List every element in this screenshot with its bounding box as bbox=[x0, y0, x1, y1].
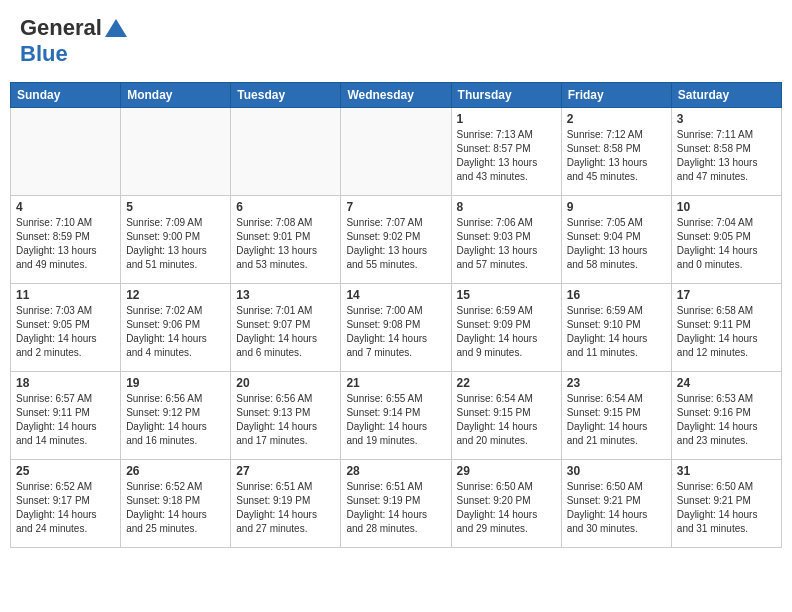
weekday-header-row: SundayMondayTuesdayWednesdayThursdayFrid… bbox=[11, 83, 782, 108]
calendar-cell: 2Sunrise: 7:12 AMSunset: 8:58 PMDaylight… bbox=[561, 108, 671, 196]
page-header: General Blue bbox=[10, 10, 782, 72]
calendar-cell: 24Sunrise: 6:53 AMSunset: 9:16 PMDayligh… bbox=[671, 372, 781, 460]
weekday-header-friday: Friday bbox=[561, 83, 671, 108]
svg-marker-0 bbox=[105, 19, 127, 37]
calendar-cell: 18Sunrise: 6:57 AMSunset: 9:11 PMDayligh… bbox=[11, 372, 121, 460]
day-info: Sunrise: 6:58 AMSunset: 9:11 PMDaylight:… bbox=[677, 304, 776, 360]
calendar-cell: 8Sunrise: 7:06 AMSunset: 9:03 PMDaylight… bbox=[451, 196, 561, 284]
day-number: 30 bbox=[567, 464, 666, 478]
logo: General Blue bbox=[20, 15, 127, 67]
calendar: SundayMondayTuesdayWednesdayThursdayFrid… bbox=[10, 82, 782, 548]
calendar-cell: 29Sunrise: 6:50 AMSunset: 9:20 PMDayligh… bbox=[451, 460, 561, 548]
day-number: 8 bbox=[457, 200, 556, 214]
day-number: 19 bbox=[126, 376, 225, 390]
calendar-cell: 27Sunrise: 6:51 AMSunset: 9:19 PMDayligh… bbox=[231, 460, 341, 548]
calendar-cell: 22Sunrise: 6:54 AMSunset: 9:15 PMDayligh… bbox=[451, 372, 561, 460]
calendar-cell: 17Sunrise: 6:58 AMSunset: 9:11 PMDayligh… bbox=[671, 284, 781, 372]
day-info: Sunrise: 7:07 AMSunset: 9:02 PMDaylight:… bbox=[346, 216, 445, 272]
day-info: Sunrise: 6:50 AMSunset: 9:21 PMDaylight:… bbox=[677, 480, 776, 536]
day-number: 10 bbox=[677, 200, 776, 214]
day-info: Sunrise: 6:51 AMSunset: 9:19 PMDaylight:… bbox=[236, 480, 335, 536]
day-info: Sunrise: 7:06 AMSunset: 9:03 PMDaylight:… bbox=[457, 216, 556, 272]
day-number: 29 bbox=[457, 464, 556, 478]
calendar-cell: 9Sunrise: 7:05 AMSunset: 9:04 PMDaylight… bbox=[561, 196, 671, 284]
day-number: 1 bbox=[457, 112, 556, 126]
day-number: 28 bbox=[346, 464, 445, 478]
weekday-header-monday: Monday bbox=[121, 83, 231, 108]
day-info: Sunrise: 7:13 AMSunset: 8:57 PMDaylight:… bbox=[457, 128, 556, 184]
calendar-cell: 23Sunrise: 6:54 AMSunset: 9:15 PMDayligh… bbox=[561, 372, 671, 460]
day-number: 18 bbox=[16, 376, 115, 390]
day-info: Sunrise: 6:56 AMSunset: 9:12 PMDaylight:… bbox=[126, 392, 225, 448]
calendar-cell bbox=[231, 108, 341, 196]
day-info: Sunrise: 6:50 AMSunset: 9:20 PMDaylight:… bbox=[457, 480, 556, 536]
logo-icon bbox=[105, 19, 127, 37]
calendar-cell: 26Sunrise: 6:52 AMSunset: 9:18 PMDayligh… bbox=[121, 460, 231, 548]
calendar-cell: 1Sunrise: 7:13 AMSunset: 8:57 PMDaylight… bbox=[451, 108, 561, 196]
calendar-cell: 5Sunrise: 7:09 AMSunset: 9:00 PMDaylight… bbox=[121, 196, 231, 284]
day-info: Sunrise: 6:54 AMSunset: 9:15 PMDaylight:… bbox=[567, 392, 666, 448]
day-number: 23 bbox=[567, 376, 666, 390]
week-row-5: 25Sunrise: 6:52 AMSunset: 9:17 PMDayligh… bbox=[11, 460, 782, 548]
day-info: Sunrise: 7:02 AMSunset: 9:06 PMDaylight:… bbox=[126, 304, 225, 360]
calendar-cell: 21Sunrise: 6:55 AMSunset: 9:14 PMDayligh… bbox=[341, 372, 451, 460]
calendar-cell: 30Sunrise: 6:50 AMSunset: 9:21 PMDayligh… bbox=[561, 460, 671, 548]
day-info: Sunrise: 6:55 AMSunset: 9:14 PMDaylight:… bbox=[346, 392, 445, 448]
day-number: 5 bbox=[126, 200, 225, 214]
day-info: Sunrise: 7:03 AMSunset: 9:05 PMDaylight:… bbox=[16, 304, 115, 360]
calendar-cell: 31Sunrise: 6:50 AMSunset: 9:21 PMDayligh… bbox=[671, 460, 781, 548]
calendar-cell: 10Sunrise: 7:04 AMSunset: 9:05 PMDayligh… bbox=[671, 196, 781, 284]
calendar-cell: 19Sunrise: 6:56 AMSunset: 9:12 PMDayligh… bbox=[121, 372, 231, 460]
calendar-cell: 25Sunrise: 6:52 AMSunset: 9:17 PMDayligh… bbox=[11, 460, 121, 548]
calendar-cell: 11Sunrise: 7:03 AMSunset: 9:05 PMDayligh… bbox=[11, 284, 121, 372]
calendar-cell: 7Sunrise: 7:07 AMSunset: 9:02 PMDaylight… bbox=[341, 196, 451, 284]
calendar-cell: 14Sunrise: 7:00 AMSunset: 9:08 PMDayligh… bbox=[341, 284, 451, 372]
calendar-cell: 16Sunrise: 6:59 AMSunset: 9:10 PMDayligh… bbox=[561, 284, 671, 372]
day-number: 22 bbox=[457, 376, 556, 390]
day-info: Sunrise: 7:10 AMSunset: 8:59 PMDaylight:… bbox=[16, 216, 115, 272]
calendar-cell: 4Sunrise: 7:10 AMSunset: 8:59 PMDaylight… bbox=[11, 196, 121, 284]
week-row-1: 1Sunrise: 7:13 AMSunset: 8:57 PMDaylight… bbox=[11, 108, 782, 196]
day-number: 24 bbox=[677, 376, 776, 390]
day-number: 6 bbox=[236, 200, 335, 214]
calendar-cell: 20Sunrise: 6:56 AMSunset: 9:13 PMDayligh… bbox=[231, 372, 341, 460]
day-number: 20 bbox=[236, 376, 335, 390]
day-info: Sunrise: 6:52 AMSunset: 9:17 PMDaylight:… bbox=[16, 480, 115, 536]
week-row-4: 18Sunrise: 6:57 AMSunset: 9:11 PMDayligh… bbox=[11, 372, 782, 460]
day-number: 4 bbox=[16, 200, 115, 214]
weekday-header-saturday: Saturday bbox=[671, 83, 781, 108]
day-info: Sunrise: 7:08 AMSunset: 9:01 PMDaylight:… bbox=[236, 216, 335, 272]
weekday-header-tuesday: Tuesday bbox=[231, 83, 341, 108]
calendar-cell: 15Sunrise: 6:59 AMSunset: 9:09 PMDayligh… bbox=[451, 284, 561, 372]
day-number: 11 bbox=[16, 288, 115, 302]
week-row-2: 4Sunrise: 7:10 AMSunset: 8:59 PMDaylight… bbox=[11, 196, 782, 284]
day-info: Sunrise: 7:11 AMSunset: 8:58 PMDaylight:… bbox=[677, 128, 776, 184]
day-number: 31 bbox=[677, 464, 776, 478]
day-info: Sunrise: 7:05 AMSunset: 9:04 PMDaylight:… bbox=[567, 216, 666, 272]
calendar-cell: 13Sunrise: 7:01 AMSunset: 9:07 PMDayligh… bbox=[231, 284, 341, 372]
day-info: Sunrise: 7:09 AMSunset: 9:00 PMDaylight:… bbox=[126, 216, 225, 272]
day-number: 3 bbox=[677, 112, 776, 126]
day-number: 17 bbox=[677, 288, 776, 302]
day-number: 21 bbox=[346, 376, 445, 390]
day-info: Sunrise: 7:04 AMSunset: 9:05 PMDaylight:… bbox=[677, 216, 776, 272]
day-number: 27 bbox=[236, 464, 335, 478]
day-number: 15 bbox=[457, 288, 556, 302]
calendar-cell bbox=[121, 108, 231, 196]
day-number: 26 bbox=[126, 464, 225, 478]
week-row-3: 11Sunrise: 7:03 AMSunset: 9:05 PMDayligh… bbox=[11, 284, 782, 372]
day-info: Sunrise: 6:59 AMSunset: 9:10 PMDaylight:… bbox=[567, 304, 666, 360]
calendar-cell bbox=[11, 108, 121, 196]
day-info: Sunrise: 6:53 AMSunset: 9:16 PMDaylight:… bbox=[677, 392, 776, 448]
day-info: Sunrise: 6:51 AMSunset: 9:19 PMDaylight:… bbox=[346, 480, 445, 536]
day-number: 12 bbox=[126, 288, 225, 302]
day-number: 9 bbox=[567, 200, 666, 214]
day-info: Sunrise: 7:00 AMSunset: 9:08 PMDaylight:… bbox=[346, 304, 445, 360]
calendar-cell: 6Sunrise: 7:08 AMSunset: 9:01 PMDaylight… bbox=[231, 196, 341, 284]
day-number: 7 bbox=[346, 200, 445, 214]
day-info: Sunrise: 6:57 AMSunset: 9:11 PMDaylight:… bbox=[16, 392, 115, 448]
day-info: Sunrise: 6:54 AMSunset: 9:15 PMDaylight:… bbox=[457, 392, 556, 448]
calendar-cell: 12Sunrise: 7:02 AMSunset: 9:06 PMDayligh… bbox=[121, 284, 231, 372]
day-number: 2 bbox=[567, 112, 666, 126]
day-number: 25 bbox=[16, 464, 115, 478]
